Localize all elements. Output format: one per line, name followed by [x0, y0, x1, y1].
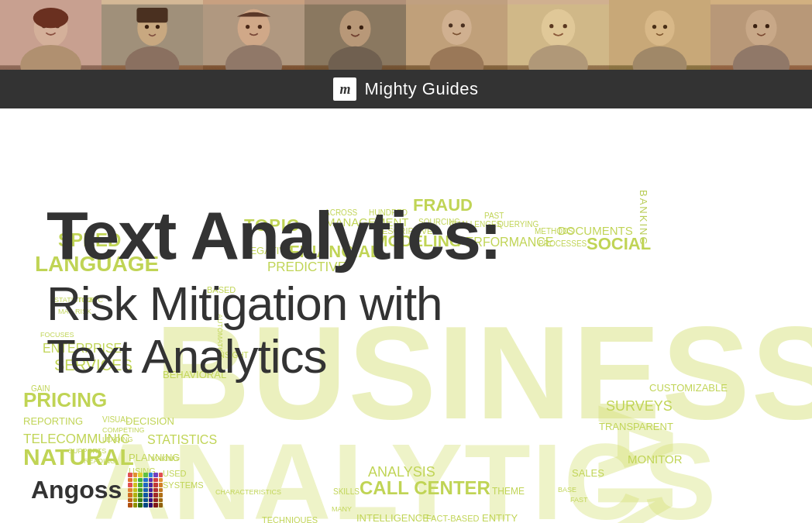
title-line1: Text Analytics: [46, 201, 766, 270]
title-line2-text: Risk Mitigation withText Analytics [46, 277, 442, 383]
svg-text:TRANSPARENT: TRANSPARENT [599, 421, 673, 432]
svg-text:FAST: FAST [570, 496, 588, 504]
svg-text:SALES: SALES [572, 467, 604, 479]
svg-point-9 [145, 25, 149, 29]
svg-point-5 [33, 8, 68, 28]
photo-2 [102, 0, 203, 70]
svg-point-23 [442, 10, 471, 45]
svg-point-28 [542, 9, 576, 47]
svg-text:CALL CENTER: CALL CENTER [360, 477, 490, 498]
svg-point-20 [347, 26, 351, 29]
svg-text:CUSTOMIZABLE: CUSTOMIZABLE [649, 382, 728, 394]
svg-point-25 [449, 23, 452, 27]
svg-point-21 [360, 26, 363, 29]
photo-3 [203, 0, 304, 70]
svg-point-10 [156, 25, 160, 29]
svg-text:CHARACTERISTICS: CHARACTERISTICS [215, 488, 281, 496]
svg-text:INTELLIGENCE: INTELLIGENCE [356, 512, 429, 523]
svg-point-16 [258, 25, 262, 29]
svg-text:TECHNIQUES: TECHNIQUES [262, 515, 318, 523]
svg-point-33 [645, 11, 674, 46]
photo-7 [609, 0, 710, 70]
title-line2: Risk Mitigation withText Analytics [46, 277, 766, 383]
svg-text:REPORTING: REPORTING [23, 415, 83, 427]
svg-point-40 [753, 24, 757, 28]
photo-1 [0, 0, 102, 70]
svg-text:THEME: THEME [492, 486, 525, 497]
mighty-guides-logo: m [333, 77, 356, 101]
svg-text:MANY: MANY [332, 505, 352, 513]
svg-point-18 [339, 11, 370, 47]
svg-point-26 [461, 23, 465, 27]
svg-text:STATISTICS: STATISTICS [147, 433, 217, 446]
angoss-name: Angoss [31, 476, 122, 504]
svg-rect-11 [136, 8, 167, 22]
photo-6 [508, 0, 609, 70]
svg-text:USED: USED [163, 469, 187, 478]
svg-text:PRICING: PRICING [23, 388, 107, 411]
header-bar: m Mighty Guides [0, 70, 812, 108]
svg-text:SURVEYS: SURVEYS [606, 398, 673, 414]
photo-4 [304, 0, 406, 70]
header-title: Mighty Guides [364, 79, 478, 99]
angoss-logo: Angoss [31, 473, 163, 508]
svg-text:SKILLS: SKILLS [333, 487, 360, 496]
svg-text:BASE: BASE [558, 486, 576, 494]
svg-text:SYSTEMS: SYSTEMS [163, 480, 204, 490]
svg-point-41 [766, 24, 769, 28]
photo-strip [0, 0, 812, 70]
main-content: BUSINESS ANALYTICS ANALYTICS BANKING TOP… [0, 108, 812, 523]
photo-8 [710, 0, 812, 70]
svg-text:NATURAL: NATURAL [23, 444, 134, 470]
angoss-pixel-icon [128, 473, 163, 508]
svg-text:ENTITY: ENTITY [482, 512, 518, 523]
svg-point-31 [563, 24, 567, 28]
photo-5 [406, 0, 508, 70]
svg-point-15 [246, 25, 249, 29]
svg-point-38 [745, 10, 776, 46]
svg-point-35 [652, 25, 656, 29]
svg-point-36 [663, 25, 667, 29]
svg-text:MAKING: MAKING [151, 455, 179, 463]
main-title: Text Analytics: Risk Mitigation withText… [0, 201, 812, 383]
svg-point-30 [549, 24, 553, 28]
svg-text:MONITOR: MONITOR [628, 452, 683, 466]
svg-text:DECISION: DECISION [126, 415, 174, 427]
